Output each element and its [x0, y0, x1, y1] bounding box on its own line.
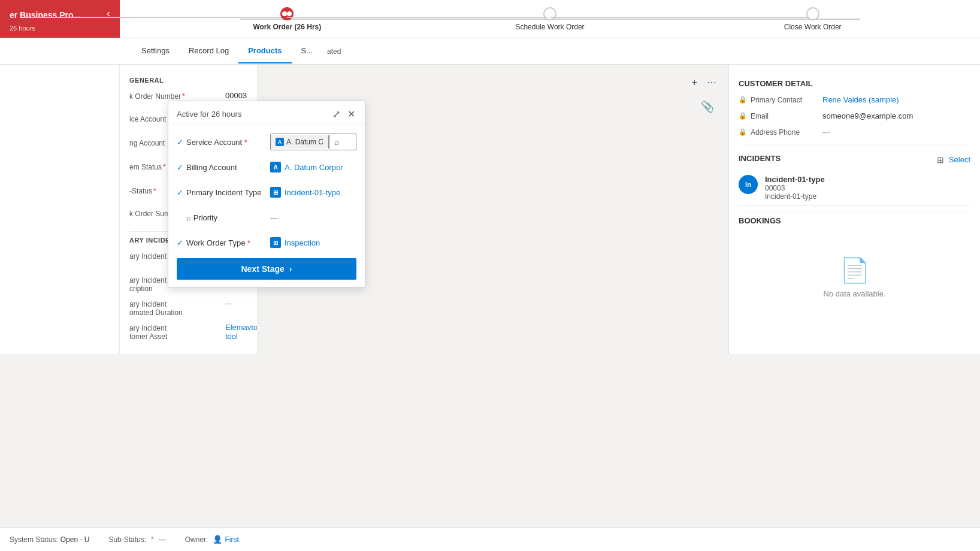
status-bar: System Status: Open - U Sub-Status: * --… [0, 527, 980, 551]
middle-toolbar: + ⋯ [267, 74, 719, 90]
popup-field-incident-type: ✓ Primary Incident Type ⊞ Incident-01-ty… [177, 183, 356, 202]
incidents-select-label[interactable]: Select [949, 155, 970, 164]
incident-duration-value[interactable]: --- [225, 299, 247, 308]
next-stage-button[interactable]: Next Stage › [177, 258, 356, 280]
incident-avatar: In [739, 175, 758, 194]
field-incident-duration: ary Incident omated Duration --- [129, 299, 247, 317]
email-value: someone9@example.com [822, 111, 970, 120]
entity-icon-incident: ⊞ [270, 187, 281, 198]
entity-icon-work-order-type: ⊞ [270, 237, 281, 248]
popup-value-work-order-type[interactable]: ⊞ Inspection [270, 237, 356, 248]
popup-expand-button[interactable]: ⤢ [331, 107, 341, 121]
add-button[interactable]: + [689, 74, 700, 90]
billing-account-link[interactable]: A. Datum Corpor [285, 163, 343, 172]
incident-type-link[interactable]: Incident-01-type [285, 188, 340, 197]
more-button[interactable]: ⋯ [704, 74, 719, 90]
system-status-label: System Status: [10, 535, 58, 544]
right-panel: CUSTOMER DETAIL 🔒 Primary Contact Rene V… [728, 65, 980, 354]
owner-user-icon: 👤 [213, 535, 222, 544]
general-section-title: GENERAL [129, 77, 247, 84]
popup-field-priority: ✓ ⌕ Priority --- [177, 208, 356, 227]
work-order-type-link[interactable]: Inspection [285, 238, 320, 247]
popup-label-incident: Primary Incident Type [186, 188, 270, 197]
progress-step-work-order[interactable]: Work Order (26 Hrs) [156, 7, 419, 31]
lock-icon-email: 🔒 [739, 112, 747, 120]
sidebar-title: er Business Pro... [10, 10, 80, 20]
incidents-section-title: INCIDENTS [739, 154, 781, 163]
lock-icon-phone: 🔒 [739, 128, 747, 136]
sub-status-required: * [151, 535, 154, 544]
popup-header-buttons: ⤢ ✕ [331, 107, 356, 121]
sub-status-bar-value: --- [159, 535, 166, 544]
status-item-system: System Status: Open - U [10, 535, 89, 544]
customer-email: 🔒 Email someone9@example.com [739, 111, 970, 120]
lock-icon-contact: 🔒 [739, 96, 747, 104]
popup-search-button[interactable]: ⌕ [329, 135, 344, 149]
popup-value-billing[interactable]: A A. Datum Corpor [270, 162, 356, 172]
popup-body: ✓ Service Account * A A. Datum C ⌕ ✓ [168, 125, 365, 287]
sub-status-label: Sub-Status: [108, 535, 146, 544]
incident-title: Incident-01-type [765, 175, 970, 184]
progress-step-schedule[interactable]: Schedule Work Order [419, 7, 682, 31]
sidebar-subtitle: 26 hours [10, 25, 110, 32]
tab-record-log[interactable]: Record Log [179, 39, 238, 63]
top-area: er Business Pro... ‹ 26 hours Work Order… [0, 0, 980, 38]
header-nav: Settings Record Log Products S... ated [0, 38, 980, 65]
popup-close-button[interactable]: ✕ [346, 107, 356, 121]
popup-label-priority: ⌕ Priority [186, 213, 270, 222]
owner-label: Owner: [185, 535, 208, 544]
popup-value-priority[interactable]: --- [270, 213, 356, 222]
attach-icon: 📎 [701, 100, 714, 113]
popup-value-service-account[interactable]: A A. Datum C ⌕ [270, 134, 356, 150]
nav-status-text: ated [327, 47, 341, 56]
step-circle-work-order [280, 7, 294, 20]
tab-more[interactable]: S... [292, 39, 323, 63]
popup-value-incident[interactable]: ⊞ Incident-01-type [270, 187, 356, 198]
popup-check-work-order-type: ✓ [177, 238, 186, 247]
incidents-grid-icon: ⊞ [937, 155, 944, 165]
back-button[interactable]: ‹ [107, 7, 110, 20]
tab-products[interactable]: Products [238, 39, 291, 63]
incident-info: Incident-01-type 00003 Incident-01-type [765, 175, 970, 201]
owner-value: First [225, 535, 238, 544]
popup-label-work-order-type: Work Order Type * [186, 238, 270, 247]
status-item-sub: Sub-Status: * --- [108, 535, 165, 544]
work-order-number-value[interactable]: 00003 [225, 91, 247, 100]
popup-check-incident: ✓ [177, 188, 186, 197]
bookings-empty-text: No data available. [823, 289, 885, 298]
popup-check-billing: ✓ [177, 163, 186, 172]
phone-value: --- [822, 128, 970, 137]
customer-asset-value[interactable]: Elemavtor tool [225, 323, 258, 341]
popup-check-priority: ✓ [177, 213, 186, 222]
popup-label-service-account: Service Account * [186, 138, 270, 147]
popup-header: Active for 26 hours ⤢ ✕ [168, 101, 365, 125]
left-sidebar: er Business Pro... ‹ 26 hours [0, 0, 120, 38]
incident-number: 00003 [765, 184, 970, 192]
customer-section-title: CUSTOMER DETAIL [739, 79, 970, 88]
popup-overlay: Active for 26 hours ⤢ ✕ ✓ Service Accoun… [168, 101, 365, 287]
popup-label-billing: Billing Account [186, 163, 270, 172]
popup-input-icon-service: A A. Datum C [271, 135, 329, 149]
status-item-owner: Owner: 👤 First [185, 535, 239, 544]
bookings-empty-state: 📄 No data available. [739, 232, 970, 322]
entity-icon-billing: A [270, 162, 281, 172]
right-divider-2 [739, 211, 970, 211]
progress-bar: Work Order (26 Hrs) Schedule Work Order … [120, 0, 980, 38]
empty-doc-icon: 📄 [840, 256, 870, 284]
incident-sub-type: Incident-01-type [765, 192, 970, 201]
popup-field-billing-account: ✓ Billing Account A A. Datum Corpor [177, 158, 356, 177]
left-sidebar-spacer [0, 65, 120, 354]
customer-primary-contact: 🔒 Primary Contact Rene Valdes (sample) [739, 95, 970, 104]
progress-step-close[interactable]: Close Work Order [681, 7, 944, 31]
step-circle-schedule [543, 7, 556, 20]
popup-check-service-account: ✓ [177, 138, 186, 147]
step-circle-close [806, 7, 819, 20]
step-label-schedule: Schedule Work Order [515, 23, 584, 31]
step-label-work-order: Work Order (26 Hrs) [253, 23, 321, 31]
primary-contact-value[interactable]: Rene Valdes (sample) [822, 95, 970, 104]
field-customer-asset: ary Incident tomer Asset Elemavtor tool [129, 323, 247, 341]
right-divider-1 [739, 144, 970, 144]
popup-title: Active for 26 hours [177, 110, 241, 119]
tab-settings[interactable]: Settings [132, 39, 179, 63]
incident-card[interactable]: In Incident-01-type 00003 Incident-01-ty… [739, 170, 970, 206]
